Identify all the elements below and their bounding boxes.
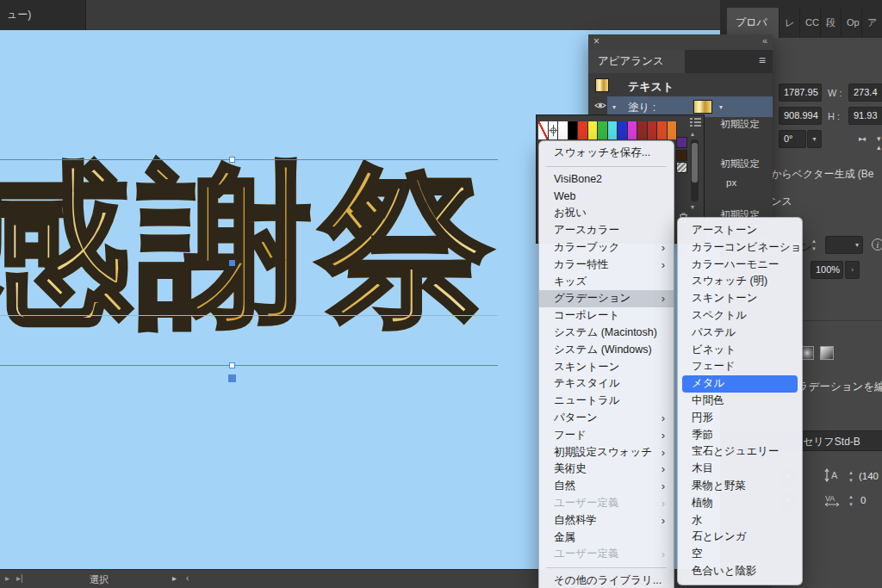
document-tab[interactable]: ュー) xyxy=(0,0,86,30)
tab-collapsed-CC[interactable]: CC xyxy=(799,8,820,38)
submenu-item[interactable]: スウォッチ (明) xyxy=(678,273,802,290)
menu-item[interactable]: 自然科学› xyxy=(539,512,674,529)
leading-value[interactable]: (140 xyxy=(859,471,879,481)
eye-icon[interactable] xyxy=(594,101,606,110)
submenu-item[interactable]: 色合いと陰影 xyxy=(678,563,802,580)
prev-artboard-icon[interactable]: ▸ xyxy=(5,573,9,583)
freeform-gradient-thumb[interactable] xyxy=(820,346,834,360)
tab-collapsed-ア[interactable]: ア xyxy=(861,8,882,38)
x-position-field[interactable]: 1787.95 xyxy=(779,84,822,102)
menu-item[interactable]: システム (Windows) xyxy=(539,342,674,359)
rotation-dropdown[interactable]: ▾ xyxy=(807,130,822,148)
tab-appearance[interactable]: アピアランス xyxy=(588,50,685,73)
swatch-color[interactable] xyxy=(676,150,687,161)
swatch-color[interactable] xyxy=(657,121,668,139)
appearance-panel-titlebar[interactable]: × « xyxy=(588,34,773,50)
next-artboard-icon[interactable]: ▸| xyxy=(16,573,23,583)
submenu-item[interactable]: 植物 xyxy=(678,495,802,512)
submenu-item[interactable]: メタル xyxy=(682,375,798,393)
submenu-item[interactable]: 空 xyxy=(678,546,802,563)
leading-stepper[interactable]: ▴▾ xyxy=(845,468,857,486)
menu-item[interactable]: スウォッチを保存... xyxy=(539,145,674,162)
menu-item[interactable]: VisiBone2 xyxy=(539,171,674,189)
list-view-icon[interactable] xyxy=(689,117,702,127)
opacity-expand-button[interactable]: › xyxy=(845,261,860,279)
menu-item[interactable]: スキントーン xyxy=(539,359,674,376)
swatch-color[interactable] xyxy=(568,121,579,139)
swatch-none[interactable] xyxy=(538,121,549,139)
submenu-item[interactable]: カラーコンビネーション xyxy=(678,239,802,257)
selection-handle-top[interactable] xyxy=(229,157,235,163)
width-field[interactable]: 273.4 xyxy=(848,84,882,102)
menu-item[interactable]: お祝い xyxy=(539,205,674,222)
submenu-item[interactable]: カラーハーモニー xyxy=(678,257,802,274)
swatch-scrollbar[interactable] xyxy=(691,139,699,201)
tab-properties[interactable]: プロパティ xyxy=(727,8,779,38)
submenu-item[interactable]: 中間色 xyxy=(678,393,802,410)
chevron-down-icon[interactable]: ▾ xyxy=(719,103,723,111)
swatch-color[interactable] xyxy=(676,162,687,173)
swatch-color[interactable] xyxy=(608,121,618,139)
menu-item[interactable]: フード› xyxy=(539,427,674,444)
swatch-color[interactable] xyxy=(588,121,599,139)
menu-item[interactable]: その他のライブラリ... xyxy=(539,573,674,588)
menu-item[interactable]: ニュートラル xyxy=(539,393,674,410)
panel-menu-icon[interactable]: ≡ xyxy=(759,53,766,67)
menu-item[interactable]: 金属 xyxy=(539,529,674,547)
menu-item[interactable]: テキスタイル xyxy=(539,375,674,393)
menu-item[interactable]: カラー特性› xyxy=(539,257,674,274)
tracking-value[interactable]: 0 xyxy=(860,495,866,505)
menu-item[interactable]: コーポレート xyxy=(539,307,674,325)
tab-collapsed-段[interactable]: 段 xyxy=(820,8,841,38)
fill-swatch[interactable] xyxy=(693,100,712,114)
menu-item[interactable]: 初期設定スウォッチ› xyxy=(539,444,674,461)
submenu-item[interactable]: 円形 xyxy=(678,410,802,427)
scroll-up-icon[interactable]: ▴ xyxy=(691,130,694,138)
y-position-field[interactable]: 908.994 xyxy=(779,107,822,125)
swatch-color[interactable] xyxy=(618,121,628,139)
menu-item[interactable]: アースカラー xyxy=(539,222,674,239)
swatch-color[interactable] xyxy=(628,121,638,139)
swatch-color[interactable] xyxy=(598,121,608,139)
submenu-item[interactable]: 水 xyxy=(678,512,802,529)
menu-item[interactable]: 自然› xyxy=(539,478,674,495)
swatch-color[interactable] xyxy=(676,137,687,148)
chevron-down-icon[interactable]: ▾ xyxy=(612,103,616,111)
rotation-field[interactable]: 0° xyxy=(779,130,806,148)
swatch-color[interactable] xyxy=(578,121,588,139)
height-field[interactable]: 91.93 xyxy=(848,107,882,125)
swatch-registration[interactable] xyxy=(549,121,559,139)
menu-item[interactable]: パターン› xyxy=(539,410,674,427)
submenu-item[interactable]: 宝石とジュエリー xyxy=(678,443,802,461)
swatch-color[interactable] xyxy=(558,121,568,139)
submenu-item[interactable]: アーストーン xyxy=(678,222,802,239)
submenu-item[interactable]: 石とレンガ xyxy=(678,529,802,546)
scroll-down-icon[interactable]: ▾ xyxy=(691,203,694,211)
selection-anchor-point[interactable] xyxy=(228,374,236,382)
menu-item[interactable]: システム (Macintosh) xyxy=(539,325,674,342)
collapse-icon[interactable]: « xyxy=(762,35,767,46)
tab-collapsed-レ[interactable]: レ xyxy=(779,8,799,38)
style-dropdown-field[interactable]: ▾ xyxy=(825,236,863,254)
close-icon[interactable]: × xyxy=(593,35,599,47)
status-back-arrow-icon[interactable]: ‹ xyxy=(186,573,189,583)
submenu-item[interactable]: スキントーン xyxy=(678,290,802,307)
submenu-item[interactable]: スペクトル xyxy=(678,307,802,325)
tracking-stepper[interactable]: ▴▾ xyxy=(845,492,857,510)
submenu-item[interactable]: フェード xyxy=(678,358,802,375)
status-menu-arrow-icon[interactable]: ▸ xyxy=(172,573,177,583)
flip-horizontal-icon[interactable]: ▸◂ xyxy=(859,134,865,143)
opacity-field[interactable]: 100% xyxy=(811,261,843,279)
menu-item[interactable]: Web xyxy=(539,189,674,206)
selection-handle-bottom[interactable] xyxy=(229,362,235,368)
flip-vertical-icon[interactable]: ▾▴ xyxy=(877,134,880,152)
info-icon[interactable]: i xyxy=(872,238,882,251)
submenu-item[interactable]: 果物と野菜 xyxy=(678,478,802,495)
artboard-text[interactable]: 感謝祭 xyxy=(0,159,501,331)
swatch-color[interactable] xyxy=(637,121,648,139)
menu-item[interactable]: グラデーション› xyxy=(539,290,674,307)
submenu-item[interactable]: パステル xyxy=(678,325,802,342)
selection-center-point[interactable] xyxy=(229,260,235,266)
menu-item[interactable]: 美術史› xyxy=(539,461,674,478)
menu-item[interactable]: カラーブック› xyxy=(539,239,674,257)
